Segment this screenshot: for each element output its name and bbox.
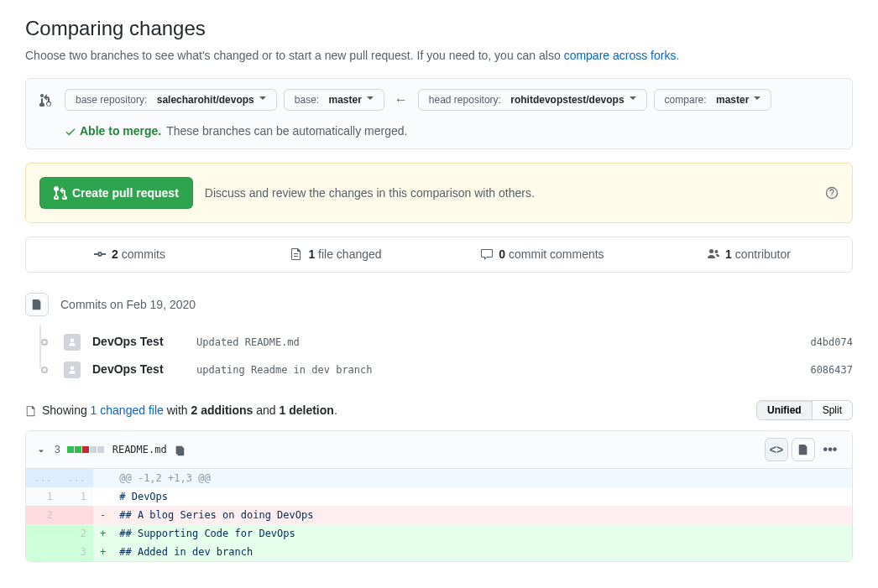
git-pull-request-icon	[54, 186, 67, 200]
head-repo-selector[interactable]: head repository: rohitdevopstest/devops	[418, 89, 647, 111]
old-line-number	[26, 524, 60, 543]
commit-sha[interactable]: 6086437	[810, 362, 853, 377]
diff-line: 11 # DevOps	[26, 487, 852, 506]
repo-push-icon	[25, 293, 49, 316]
page-title: Comparing changes	[25, 13, 853, 44]
caret-down-icon	[367, 96, 374, 103]
pr-discuss-text: Discuss and review the changes in this c…	[205, 185, 813, 202]
commit-message[interactable]: Updated README.md	[196, 335, 798, 350]
file-diff-icon	[290, 246, 303, 263]
diff-sign: -	[93, 506, 112, 524]
diff-code: # DevOps	[112, 487, 852, 506]
new-line-number: 3	[60, 543, 93, 561]
arrow-left-icon: ←	[391, 90, 411, 110]
new-line-number: 1	[60, 487, 93, 506]
diff-sign: +	[93, 524, 112, 543]
file-lines-changed: 3	[55, 442, 60, 457]
commit-message[interactable]: updating Readme in dev branch	[196, 362, 798, 377]
help-icon[interactable]	[825, 185, 839, 202]
page-subtitle: Choose two branches to see what's change…	[25, 47, 853, 65]
diffstat-squares	[67, 446, 104, 453]
commit-dot-icon	[41, 339, 48, 346]
file-kebab-menu[interactable]: •••	[818, 438, 842, 461]
commit-row[interactable]: DevOps TestUpdated README.mdd4bd074	[25, 328, 853, 356]
old-line-number	[26, 543, 60, 561]
copy-path-icon[interactable]	[174, 441, 186, 459]
split-view-button[interactable]: Split	[813, 400, 853, 420]
new-line-number	[60, 506, 93, 524]
diff-line: 2+## Supporting Code for DevOps	[26, 524, 852, 543]
stat-files[interactable]: 1 file changed	[233, 237, 439, 272]
diff-view-toggle: Unified Split	[756, 400, 853, 420]
unified-view-button[interactable]: Unified	[756, 400, 813, 420]
avatar[interactable]	[64, 362, 81, 378]
file-icon	[25, 402, 37, 419]
commit-author[interactable]: DevOps Test	[92, 333, 185, 351]
commit-row[interactable]: DevOps Testupdating Readme in dev branch…	[25, 356, 853, 383]
check-icon	[65, 122, 76, 140]
base-branch-selector[interactable]: base: master	[284, 89, 384, 111]
diff-code: ## Added in dev branch	[112, 543, 852, 561]
commit-icon	[93, 246, 107, 263]
compare-forks-link[interactable]: compare across forks	[564, 49, 677, 62]
comment-icon	[480, 246, 494, 263]
old-line-number: 1	[26, 487, 60, 506]
commits-timeline: Commits on Feb 19, 2020 DevOps TestUpdat…	[25, 293, 853, 383]
avatar[interactable]	[64, 334, 81, 351]
compare-branch-selector[interactable]: compare: master	[654, 89, 772, 111]
git-compare-icon	[39, 91, 53, 109]
new-line-number: 2	[60, 524, 93, 543]
hunk-header: ......@@ -1,2 +1,3 @@	[26, 469, 852, 487]
source-view-button[interactable]: <>	[765, 438, 788, 461]
stat-comments[interactable]: 0 commit comments	[439, 237, 645, 272]
diff-code: ## A blog Series on doing DevOps	[112, 506, 852, 524]
chevron-down-icon[interactable]	[36, 441, 46, 459]
merge-status: Able to merge. These branches can be aut…	[39, 122, 839, 140]
create-pull-request-button[interactable]: Create pull request	[39, 177, 193, 209]
diff-sign: +	[93, 543, 112, 561]
old-line-number: 2	[26, 506, 60, 524]
create-pr-bar: Create pull request Discuss and review t…	[25, 163, 853, 223]
file-name[interactable]: README.md	[112, 442, 167, 457]
commits-date-label: Commits on Feb 19, 2020	[60, 296, 196, 314]
stat-commits[interactable]: 2 commits	[26, 237, 233, 272]
commit-dot-icon	[41, 367, 48, 373]
diff-line: 2-## A blog Series on doing DevOps	[26, 506, 852, 524]
commit-author[interactable]: DevOps Test	[92, 361, 185, 378]
diff-sign	[93, 487, 112, 506]
base-repo-selector[interactable]: base repository: salecharohit/devops	[65, 89, 277, 111]
compare-range-box: base repository: salecharohit/devops bas…	[25, 78, 853, 149]
diff-code: ## Supporting Code for DevOps	[112, 524, 852, 543]
commit-sha[interactable]: d4bd074	[810, 335, 853, 350]
diff-summary: Showing 1 changed file with 2 additions …	[25, 402, 337, 419]
stat-contributors[interactable]: 1 contributor	[645, 237, 852, 272]
svg-point-1	[831, 195, 832, 195]
caret-down-icon	[630, 96, 636, 103]
caret-down-icon	[259, 96, 266, 103]
diff-file: 3 README.md <> ••• ......@@ -1,2 +1,3 @@…	[25, 430, 853, 562]
compare-stats: 2 commits 1 file changed 0 commit commen…	[25, 237, 853, 273]
diff-line: 3+## Added in dev branch	[26, 543, 852, 561]
rendered-view-button[interactable]	[792, 438, 815, 461]
caret-down-icon	[754, 96, 760, 103]
people-icon	[707, 246, 720, 263]
changed-files-link[interactable]: 1 changed file	[91, 403, 164, 417]
